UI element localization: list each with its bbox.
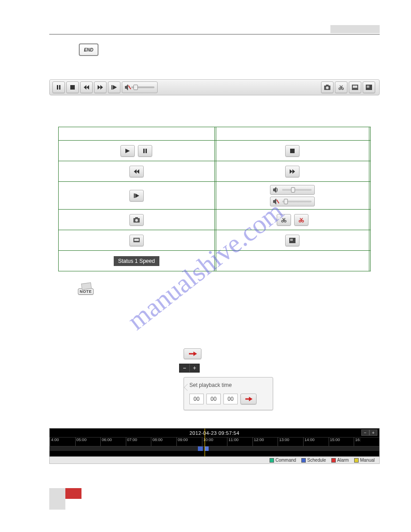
rewind-button[interactable] bbox=[80, 82, 93, 93]
clip-stop-icon bbox=[294, 214, 308, 226]
svg-point-13 bbox=[326, 86, 329, 89]
svg-marker-3 bbox=[84, 85, 86, 90]
svg-marker-23 bbox=[125, 149, 130, 153]
playback-toolbar bbox=[49, 79, 380, 95]
timeline-bar[interactable] bbox=[50, 446, 379, 451]
pause-icon bbox=[138, 145, 152, 157]
playback-min-input[interactable] bbox=[206, 394, 221, 404]
svg-marker-34 bbox=[273, 198, 276, 205]
stop-icon bbox=[285, 145, 300, 157]
timeline[interactable]: 2012-04-23 09:57:54 − + 4:0005:0006:0007… bbox=[49, 428, 380, 457]
digital-zoom-icon bbox=[285, 235, 300, 246]
playback-time-go-button[interactable] bbox=[240, 394, 257, 404]
legend-alarm: Alarm bbox=[337, 458, 349, 463]
svg-rect-20 bbox=[352, 89, 358, 90]
fastforward-icon bbox=[285, 166, 300, 177]
playback-sec-input[interactable] bbox=[223, 394, 238, 404]
timeline-tick: 11:00 bbox=[227, 438, 253, 446]
svg-rect-48 bbox=[134, 239, 139, 241]
end-icon-label: END bbox=[79, 43, 98, 56]
header-page-label bbox=[330, 25, 380, 33]
volume-on-slider bbox=[270, 185, 315, 195]
svg-marker-33 bbox=[273, 187, 276, 193]
zoom-in-icon[interactable]: + bbox=[189, 364, 199, 372]
speaker-mute-icon bbox=[125, 84, 131, 90]
svg-line-35 bbox=[277, 200, 279, 203]
timeline-zoom-control[interactable]: − + bbox=[179, 364, 200, 373]
timeline-tick: 16: bbox=[354, 438, 379, 446]
timeline-tick: 09:00 bbox=[176, 438, 202, 446]
volume-mute-slider-cell bbox=[270, 197, 315, 206]
timeline-zoom-buttons[interactable]: − + bbox=[361, 429, 377, 436]
playback-buttons-table: Status 1 Speed bbox=[58, 127, 371, 271]
svg-marker-52 bbox=[193, 352, 197, 356]
svg-rect-50 bbox=[290, 239, 293, 241]
svg-marker-32 bbox=[135, 193, 139, 198]
svg-line-10 bbox=[128, 86, 131, 89]
timeline-zoom-in-icon[interactable]: + bbox=[369, 429, 377, 436]
pause-button[interactable] bbox=[52, 82, 65, 93]
svg-marker-6 bbox=[100, 85, 103, 90]
zoom-out-icon[interactable]: − bbox=[180, 364, 189, 372]
step-forward-button[interactable] bbox=[108, 82, 120, 93]
step-forward-icon bbox=[129, 190, 144, 202]
svg-rect-12 bbox=[326, 85, 329, 86]
svg-rect-19 bbox=[353, 86, 357, 88]
svg-marker-9 bbox=[125, 84, 128, 90]
svg-marker-28 bbox=[137, 169, 139, 174]
play-icon bbox=[120, 145, 135, 157]
timeline-cursor[interactable] bbox=[205, 429, 205, 456]
svg-rect-37 bbox=[135, 217, 138, 219]
timeline-tick: 05:00 bbox=[75, 438, 101, 446]
zoom-view-button[interactable] bbox=[363, 82, 375, 93]
timeline-tick: 14:00 bbox=[303, 438, 329, 446]
download-button[interactable] bbox=[349, 82, 361, 93]
header-divider bbox=[49, 34, 380, 34]
snapshot-icon bbox=[129, 214, 144, 226]
svg-rect-7 bbox=[111, 85, 112, 90]
timeline-tick: 13:00 bbox=[278, 438, 303, 446]
timeline-tick: 07:00 bbox=[126, 438, 151, 446]
footer-page-blocks bbox=[49, 488, 81, 510]
clip-button[interactable] bbox=[335, 82, 347, 93]
svg-marker-5 bbox=[98, 85, 100, 90]
svg-rect-2 bbox=[70, 85, 75, 90]
svg-rect-26 bbox=[290, 149, 295, 153]
legend-schedule: Schedule bbox=[307, 458, 326, 463]
fastforward-button[interactable] bbox=[94, 82, 107, 93]
timeline-tick: 15:00 bbox=[329, 438, 354, 446]
timeline-timestamp: 2012-04-23 09:57:54 bbox=[189, 430, 240, 436]
playback-go-button[interactable] bbox=[184, 348, 201, 359]
timeline-tick: 12:00 bbox=[253, 438, 278, 446]
end-icon: END bbox=[79, 43, 98, 57]
timeline-tick: 4:00 bbox=[50, 438, 75, 446]
svg-rect-31 bbox=[134, 193, 135, 198]
timeline-legend: Command Schedule Alarm Manual bbox=[49, 457, 380, 464]
timeline-tick: 08:00 bbox=[151, 438, 176, 446]
svg-marker-27 bbox=[134, 169, 137, 174]
timeline-zoom-out-icon[interactable]: − bbox=[361, 429, 369, 436]
svg-marker-4 bbox=[86, 85, 89, 90]
svg-marker-30 bbox=[292, 169, 295, 174]
svg-marker-54 bbox=[249, 397, 253, 401]
legend-manual: Manual bbox=[360, 458, 375, 463]
playback-hour-input[interactable] bbox=[189, 394, 204, 404]
svg-rect-1 bbox=[59, 85, 60, 90]
set-playback-time-popup: Set playback time bbox=[184, 377, 273, 410]
rewind-icon bbox=[129, 166, 144, 177]
svg-rect-24 bbox=[143, 149, 145, 153]
timeline-tick: 06:00 bbox=[100, 438, 126, 446]
download-icon bbox=[129, 235, 144, 246]
status-speed-label: Status 1 Speed bbox=[114, 256, 159, 266]
svg-rect-25 bbox=[146, 149, 147, 153]
note-icon: NOTE bbox=[78, 283, 96, 295]
legend-command: Command bbox=[275, 458, 296, 463]
volume-mute-slider[interactable] bbox=[122, 82, 158, 93]
clip-start-icon bbox=[277, 214, 291, 226]
svg-rect-22 bbox=[367, 86, 369, 88]
svg-marker-8 bbox=[113, 85, 117, 90]
snapshot-button[interactable] bbox=[321, 82, 334, 93]
svg-marker-29 bbox=[290, 169, 292, 174]
stop-button[interactable] bbox=[66, 82, 79, 93]
svg-rect-0 bbox=[57, 85, 58, 90]
